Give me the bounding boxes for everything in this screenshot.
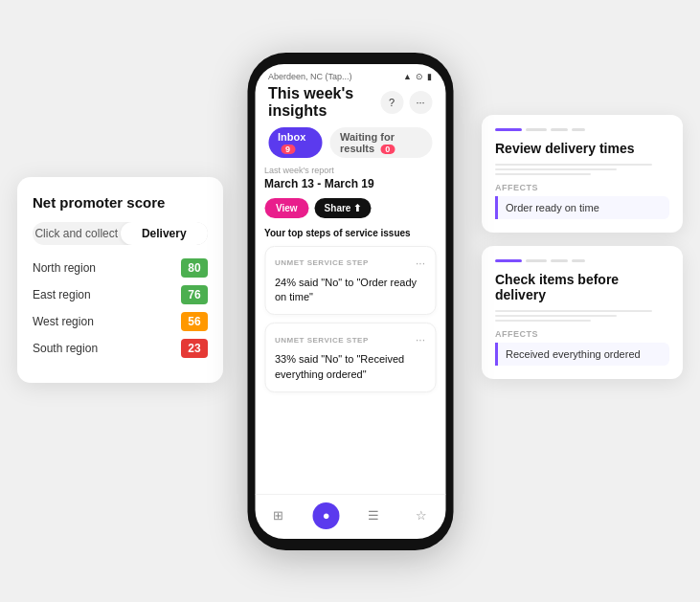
phone-status-icons: ▲ ⊙ ▮ <box>403 72 432 81</box>
nps-card: Net promoter score Click and collect Del… <box>17 177 223 383</box>
service-more-icon[interactable]: ··· <box>416 256 425 270</box>
more-icon[interactable]: ··· <box>409 91 432 114</box>
report-actions: View Share ⬆ <box>264 198 436 218</box>
nav-star-icon[interactable]: ☆ <box>408 502 435 529</box>
service-card-header: UNMET SERVICE STEP ··· <box>275 333 425 346</box>
region-score: 56 <box>181 312 208 331</box>
nps-click-and-collect-btn[interactable]: Click and collect <box>33 222 121 245</box>
insight-card: Check items before delivery Affects Rece… <box>482 246 683 379</box>
insight-accent-lines <box>495 128 669 131</box>
steps-label: Your top steps of service issues <box>264 228 436 238</box>
service-text: 24% said "No" to "Order ready on time" <box>275 276 425 305</box>
service-card: UNMET SERVICE STEP ··· 24% said "No" to … <box>264 246 436 316</box>
insight-title: Check items before delivery <box>495 272 669 302</box>
inbox-badge: 9 <box>281 145 295 154</box>
nps-region-row: East region 76 <box>33 285 208 304</box>
region-name: South region <box>33 342 98 355</box>
phone-tabs: Inbox 9 Waiting for results 0 <box>255 127 445 166</box>
share-button[interactable]: Share ⬆ <box>315 198 372 218</box>
nps-regions: North region 80 East region 76 West regi… <box>33 258 208 358</box>
service-card-header: UNMET SERVICE STEP ··· <box>275 256 425 270</box>
nps-region-row: South region 23 <box>33 339 208 358</box>
wifi-icon: ⊙ <box>416 72 423 81</box>
affects-label: Affects <box>495 183 669 192</box>
phone-content: Last week's report March 13 - March 19 V… <box>255 166 445 494</box>
affects-label: Affects <box>495 329 669 339</box>
region-score: 23 <box>181 339 208 358</box>
phone-title: This week's insights <box>268 85 380 120</box>
region-name: West region <box>33 315 94 328</box>
nav-grid-icon[interactable]: ⊞ <box>265 502 292 529</box>
nps-region-row: North region 80 <box>33 258 208 278</box>
tab-waiting[interactable]: Waiting for results 0 <box>330 127 432 158</box>
nps-toggle[interactable]: Click and collect Delivery <box>33 222 208 245</box>
insight-title: Review delivery times <box>495 141 669 156</box>
help-icon[interactable]: ? <box>380 91 403 114</box>
insight-sublines <box>495 164 669 175</box>
battery-icon: ▮ <box>427 72 432 81</box>
share-icon: ⬆ <box>353 203 361 213</box>
insight-card: Review delivery times Affects Order read… <box>482 115 683 233</box>
service-more-icon[interactable]: ··· <box>416 333 425 346</box>
service-card: UNMET SERVICE STEP ··· 33% said "No" to … <box>264 323 436 392</box>
nps-title: Net promoter score <box>33 194 208 211</box>
region-name: East region <box>33 288 91 301</box>
region-score: 76 <box>181 285 208 304</box>
region-score: 80 <box>181 258 208 278</box>
service-text: 33% said "No" to "Received everything or… <box>275 352 425 382</box>
tab-inbox[interactable]: Inbox 9 <box>268 127 323 158</box>
nps-delivery-btn[interactable]: Delivery <box>121 222 209 245</box>
phone-nav: ⊞ ● ☰ ☆ <box>255 494 445 539</box>
region-name: North region <box>33 261 96 275</box>
phone-location: Aberdeen, NC (Tap...) <box>268 72 352 81</box>
signal-icon: ▲ <box>403 72 412 81</box>
phone-status-bar: Aberdeen, NC (Tap...) ▲ ⊙ ▮ <box>255 64 445 83</box>
service-cards: UNMET SERVICE STEP ··· 24% said "No" to … <box>264 246 436 393</box>
report-label: Last week's report <box>264 166 436 175</box>
phone-header: This week's insights ? ··· <box>255 83 445 127</box>
report-date: March 13 - March 19 <box>264 177 436 190</box>
phone-screen: Aberdeen, NC (Tap...) ▲ ⊙ ▮ This week's … <box>255 64 445 539</box>
service-step-label: UNMET SERVICE STEP <box>275 258 369 267</box>
insight-accent-lines <box>495 259 669 262</box>
waiting-badge: 0 <box>380 145 395 154</box>
insight-sublines <box>495 310 669 322</box>
view-button[interactable]: View <box>264 198 309 218</box>
affects-value: Received everything ordered <box>495 343 669 366</box>
phone-shell: Aberdeen, NC (Tap...) ▲ ⊙ ▮ This week's … <box>247 53 453 550</box>
nps-region-row: West region 56 <box>33 312 208 331</box>
service-step-label: UNMET SERVICE STEP <box>275 336 369 345</box>
phone-header-icons: ? ··· <box>380 91 432 114</box>
nav-home-icon[interactable]: ● <box>313 502 340 529</box>
insight-cards: Review delivery times Affects Order read… <box>482 115 683 379</box>
affects-value: Order ready on time <box>495 196 669 219</box>
nav-list-icon[interactable]: ☰ <box>360 502 387 529</box>
